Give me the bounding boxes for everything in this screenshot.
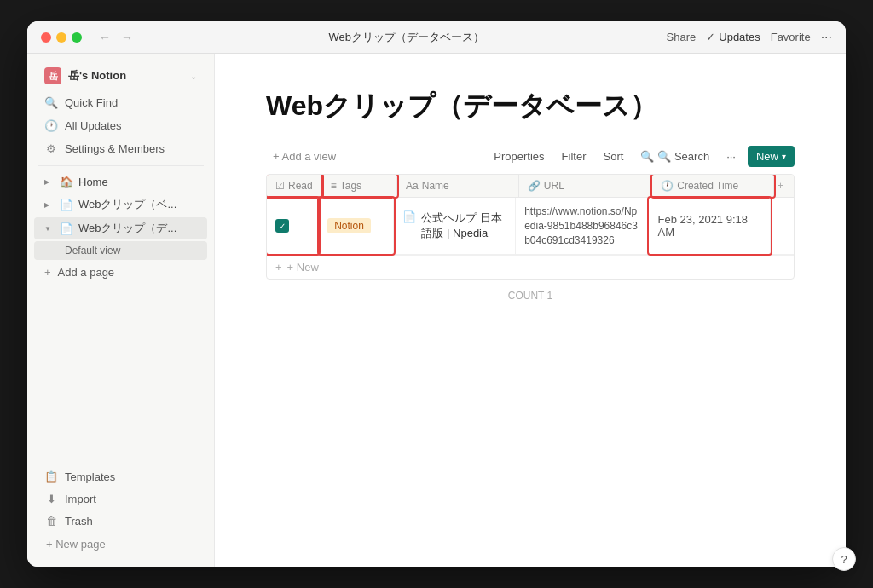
workspace-chevron-icon: ⌄	[190, 72, 197, 81]
cell-url[interactable]: https://www.notion.so/Npedia-9851b488b96…	[516, 198, 649, 254]
workspace-selector[interactable]: 岳 岳's Notion ⌄	[34, 62, 207, 89]
favorite-button[interactable]: Favorite	[771, 31, 811, 43]
more-options-button[interactable]: ···	[821, 30, 832, 45]
triangle-down-icon: ▼	[44, 225, 55, 233]
help-icon: ?	[841, 553, 847, 566]
workspace-icon: 岳	[44, 67, 61, 84]
nav-item-label: Home	[78, 176, 108, 188]
cell-name[interactable]: 📄 公式ヘルプ 日本語版 | Npedia	[394, 198, 516, 254]
home-icon: 🏠	[60, 176, 73, 188]
new-label: New	[756, 150, 778, 163]
sort-button[interactable]: Sort	[598, 147, 628, 166]
nav-arrows: ← →	[95, 29, 136, 46]
sidebar-item-label: Templates	[65, 470, 115, 483]
forward-button[interactable]: →	[118, 29, 136, 46]
name-value: 公式ヘルプ 日本語版 | Npedia	[421, 210, 506, 241]
sidebar-item-quick-find[interactable]: 🔍 Quick Find	[34, 92, 207, 113]
sidebar-item-label: Trash	[65, 515, 93, 527]
column-header-created: 🕐 Created Time	[652, 175, 774, 197]
search-icon: 🔍	[44, 96, 58, 109]
sidebar-item-default-view[interactable]: Default view	[34, 241, 207, 260]
sidebar-item-templates[interactable]: 📋 Templates	[34, 466, 207, 487]
plus-icon: +	[275, 261, 282, 274]
checkbox-icon: ☑	[275, 180, 285, 192]
name-icon: Aa	[406, 180, 419, 192]
search-button[interactable]: 🔍 🔍 Search	[635, 147, 714, 166]
close-button[interactable]	[41, 32, 51, 43]
new-record-button[interactable]: New ▾	[748, 146, 795, 167]
check-icon: ✓	[706, 31, 715, 43]
cell-read[interactable]: ✓	[267, 198, 319, 254]
minimize-button[interactable]	[56, 32, 66, 43]
nav-item-label: Webクリップ（ベ...	[78, 197, 176, 212]
page-content: Webクリップ（データベース） + Add a view Properties …	[215, 54, 846, 567]
add-new-label: + New	[287, 261, 319, 274]
sidebar-item-all-updates[interactable]: 🕐 All Updates	[34, 115, 207, 136]
filter-button[interactable]: Filter	[557, 147, 592, 166]
sidebar-item-webclip-d[interactable]: ▼ 📄 Webクリップ（デ...	[34, 217, 207, 239]
sidebar-item-import[interactable]: ⬇ Import	[34, 488, 207, 510]
sidebar: 岳 岳's Notion ⌄ 🔍 Quick Find 🕐 All Update…	[27, 54, 215, 567]
count-number: 1	[547, 290, 553, 302]
database-toolbar: + Add a view Properties Filter Sort 🔍 🔍 …	[266, 146, 795, 167]
sidebar-item-settings[interactable]: ⚙ Settings & Members	[34, 138, 207, 159]
main-content: Webクリップ（データベース） + Add a view Properties …	[215, 54, 846, 567]
import-icon: ⬇	[44, 493, 58, 505]
cell-created: Feb 23, 2021 9:18 AM	[649, 198, 771, 254]
add-column-button[interactable]: +	[774, 175, 794, 197]
add-view-label: + Add a view	[273, 150, 336, 163]
cell-empty	[771, 198, 794, 254]
triangle-icon: ▶	[44, 178, 55, 186]
page-icon: 📄	[60, 222, 73, 235]
sidebar-item-trash[interactable]: 🗑 Trash	[34, 510, 207, 532]
sidebar-divider	[38, 165, 204, 166]
sidebar-bottom: 📋 Templates ⬇ Import 🗑 Trash + New page	[27, 462, 214, 560]
url-value: https://www.notion.so/Npedia-9851b488b96…	[524, 205, 639, 247]
updates-button[interactable]: ✓ Updates	[706, 31, 760, 43]
maximize-button[interactable]	[72, 32, 82, 43]
created-value: Feb 23, 2021 9:18 AM	[657, 213, 761, 239]
traffic-lights	[41, 32, 82, 43]
title-bar: ← → Webクリップ（データベース） Share ✓ Updates Favo…	[27, 21, 846, 54]
column-header-read: ☑ Read	[267, 175, 322, 197]
add-new-page-button[interactable]: + New page	[34, 533, 207, 555]
nav-item-label: Webクリップ（デ...	[78, 221, 176, 236]
db-more-button[interactable]: ···	[721, 147, 741, 166]
table-row[interactable]: ✓ Notion 📄 公式ヘルプ 日本語版 | Npedia	[267, 198, 794, 255]
window-title: Webクリップ（データベース）	[147, 30, 667, 45]
trash-icon: 🗑	[44, 515, 58, 527]
gear-icon: ⚙	[44, 142, 58, 155]
add-new-row-button[interactable]: + + New	[267, 255, 794, 279]
sidebar-item-home[interactable]: ▶ 🏠 Home	[34, 172, 207, 192]
plus-icon: +	[778, 180, 783, 192]
cell-tags[interactable]: Notion	[319, 198, 394, 254]
sidebar-item-label: Import	[65, 493, 96, 505]
sidebar-item-label: Quick Find	[65, 96, 118, 109]
share-button[interactable]: Share	[667, 31, 697, 43]
properties-button[interactable]: Properties	[489, 147, 549, 166]
count-label: COUNT	[508, 290, 544, 302]
plus-icon: +	[44, 266, 51, 279]
tag-notion[interactable]: Notion	[327, 218, 371, 233]
clock-icon: 🕐	[44, 119, 58, 132]
database-table: ☑ Read ≡ Tags Aa Name 🔗	[266, 174, 795, 280]
table-header-row: ☑ Read ≡ Tags Aa Name 🔗	[267, 175, 794, 198]
page-title: Webクリップ（データベース）	[266, 88, 795, 125]
column-header-url: 🔗 URL	[519, 175, 652, 197]
column-header-tags: ≡ Tags	[322, 175, 397, 197]
help-button[interactable]: ?	[832, 547, 856, 571]
sidebar-item-label: Settings & Members	[65, 142, 165, 155]
page-icon: 📄	[60, 199, 73, 211]
templates-icon: 📋	[44, 470, 58, 483]
add-view-button[interactable]: + Add a view	[266, 147, 343, 166]
search-icon: 🔍	[640, 150, 654, 163]
title-bar-actions: Share ✓ Updates Favorite ···	[667, 30, 832, 45]
sidebar-item-add-page-inline[interactable]: + Add a page	[34, 262, 207, 283]
back-button[interactable]: ←	[95, 29, 114, 46]
count-row: COUNT 1	[266, 280, 795, 312]
triangle-icon: ▶	[44, 201, 55, 209]
checkbox-checked-icon: ✓	[275, 219, 289, 233]
sidebar-item-webclip-b[interactable]: ▶ 📄 Webクリップ（ベ...	[34, 193, 207, 216]
tags-icon: ≡	[331, 180, 337, 192]
default-view-label: Default view	[65, 245, 120, 257]
